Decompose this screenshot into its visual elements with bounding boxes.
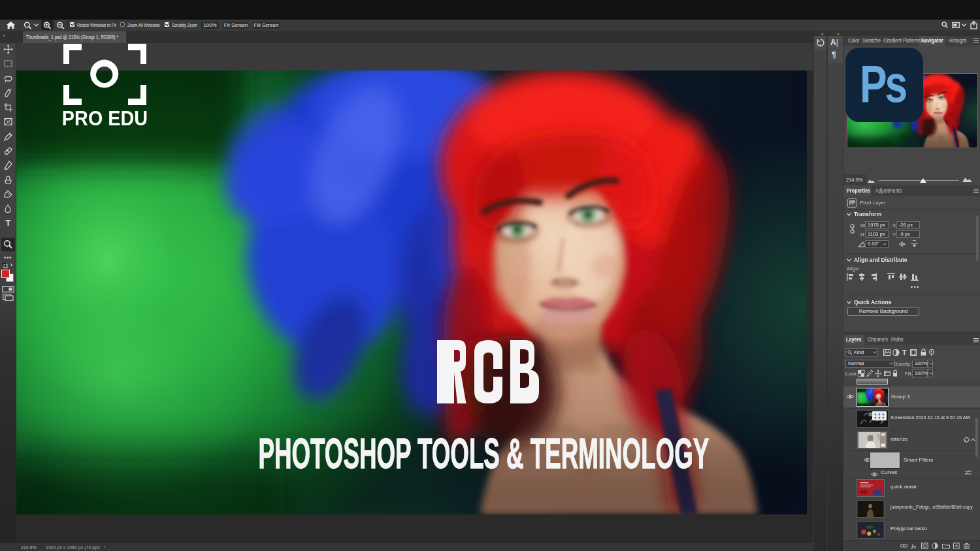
svg-text:T: T: [902, 349, 907, 356]
svg-text:PRO EDU: PRO EDU: [62, 108, 147, 126]
svg-text:T: T: [5, 218, 10, 228]
svg-text:fx: fx: [911, 543, 917, 550]
